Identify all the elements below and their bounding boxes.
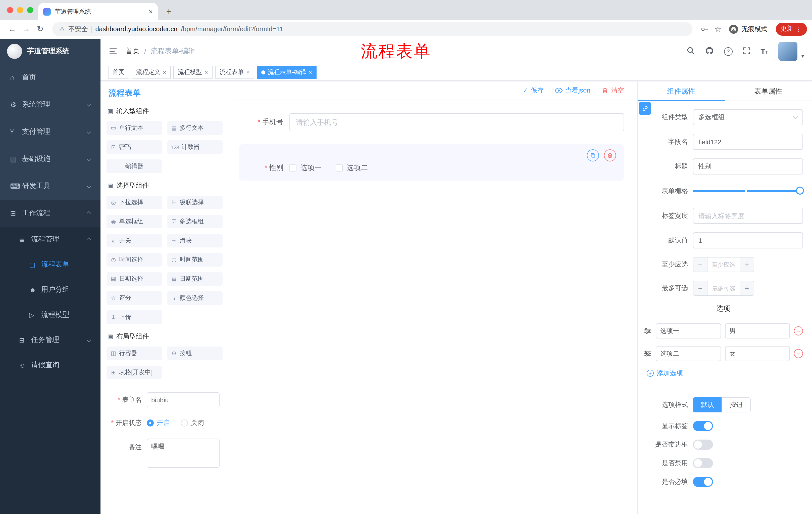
option-value-input[interactable] — [725, 346, 790, 361]
tag-close-icon[interactable]: × — [309, 69, 312, 76]
title-input[interactable] — [693, 158, 803, 174]
browser-tab[interactable]: 芋道管理系统 × — [38, 3, 158, 20]
component-chip[interactable]: ◎下拉选择 — [107, 196, 162, 209]
reload-button[interactable]: ↻ — [33, 24, 47, 34]
radio-status-on[interactable]: 开启 — [147, 418, 170, 428]
sidebar-item-task-management[interactable]: ⊟ 任务管理 — [0, 327, 100, 353]
max-select-input[interactable]: 最多可选 — [707, 281, 740, 295]
window-close-button[interactable] — [7, 7, 13, 13]
github-icon[interactable] — [705, 46, 714, 57]
drag-handle-icon[interactable] — [644, 327, 652, 335]
checkbox-option-2[interactable]: 选项二 — [336, 163, 368, 172]
back-button[interactable]: ← — [5, 24, 19, 33]
component-chip[interactable]: 123计数器 — [167, 140, 223, 154]
decrease-button[interactable]: − — [693, 258, 707, 272]
component-chip[interactable]: ◑颜色选择 — [167, 291, 223, 305]
component-chip[interactable]: ◐开关 — [107, 234, 162, 247]
component-chip[interactable]: ▭单行文本 — [107, 121, 162, 135]
disabled-switch[interactable] — [693, 458, 713, 468]
sidebar-item-home[interactable]: ⌂ 首页 — [0, 64, 100, 91]
designer-title[interactable]: 流程表单 — [107, 85, 223, 99]
hamburger-icon[interactable] — [109, 47, 118, 56]
password-key-icon[interactable] — [700, 25, 708, 33]
option-value-input[interactable] — [725, 323, 790, 339]
radio-status-off[interactable]: 关闭 — [181, 418, 204, 428]
form-name-input[interactable] — [147, 392, 220, 407]
component-chip[interactable]: ▤多行文本 — [167, 121, 223, 135]
sidebar-item-process-model[interactable]: ▷ 流程模型 — [0, 302, 100, 327]
show-label-switch[interactable] — [693, 421, 713, 431]
increase-button[interactable]: + — [740, 258, 754, 272]
font-size-icon[interactable]: TT — [760, 47, 768, 56]
sidebar-item-workflow[interactable]: ⊞ 工作流程 — [0, 200, 100, 227]
component-chip[interactable]: ☑多选框组 — [167, 215, 223, 228]
component-chip[interactable]: ▦日期选择 — [107, 272, 162, 286]
style-default-button[interactable]: 默认 — [693, 397, 722, 412]
breadcrumb-home[interactable]: 首页 — [126, 47, 140, 56]
required-switch[interactable] — [693, 477, 713, 487]
component-chip[interactable]: ◉单选框组 — [107, 215, 162, 228]
tag-process-form-edit[interactable]: 流程表单-编辑 × — [257, 65, 317, 79]
component-chip[interactable]: ↥上传 — [107, 310, 162, 324]
component-chip[interactable]: 编辑器 — [107, 159, 162, 173]
sidebar-item-leave-query[interactable]: ☺ 请假查询 — [0, 353, 100, 378]
component-chip[interactable]: ◷时间选择 — [107, 253, 162, 267]
tab-close-icon[interactable]: × — [149, 8, 153, 15]
save-button[interactable]: ✓ 保存 — [523, 86, 544, 95]
label-width-input[interactable] — [693, 208, 803, 224]
component-chip[interactable]: ◴时间范围 — [167, 253, 223, 267]
copy-component-button[interactable] — [587, 150, 599, 161]
component-chip[interactable]: ◫行容器 — [107, 347, 162, 360]
address-bar[interactable]: ⚠ 不安全 dashboard.yudao.iocoder.cn /bpm/ma… — [52, 22, 692, 36]
sidebar-item-process-form[interactable]: ▢ 流程表单 — [0, 252, 100, 277]
tag-process-form[interactable]: 流程表单 × — [215, 65, 254, 79]
component-chip[interactable]: ⊸滑块 — [167, 234, 223, 247]
component-type-select[interactable]: 多选框组 — [693, 109, 803, 125]
component-chip[interactable]: ⊩级联选择 — [167, 196, 223, 209]
delete-component-button[interactable] — [604, 150, 616, 161]
sidebar-item-system-management[interactable]: ⚙ 系统管理 — [0, 91, 100, 118]
default-value-input[interactable] — [693, 232, 803, 248]
tag-process-definition[interactable]: 流程定义 × — [132, 65, 171, 79]
remark-textarea[interactable]: 嘿嘿 — [147, 438, 220, 468]
sidebar-item-infrastructure[interactable]: ▤ 基础设施 — [0, 145, 100, 172]
doc-link-button[interactable] — [639, 102, 651, 115]
sidebar-item-process-management[interactable]: ≣ 流程管理 — [0, 227, 100, 252]
sidebar-item-user-group[interactable]: ☻ 用户分组 — [0, 277, 100, 302]
search-icon[interactable] — [686, 46, 695, 56]
tag-process-model[interactable]: 流程模型 × — [173, 65, 212, 79]
window-minimize-button[interactable] — [17, 7, 23, 13]
component-chip[interactable]: ⊡密码 — [107, 140, 162, 154]
increase-button[interactable]: + — [740, 281, 754, 295]
field-name-input[interactable] — [693, 134, 803, 150]
bookmark-star-icon[interactable]: ☆ — [715, 24, 721, 33]
new-tab-button[interactable]: + — [162, 4, 176, 19]
update-button[interactable]: 更新 ⋮ — [776, 22, 807, 35]
option-label-input[interactable] — [656, 323, 721, 339]
avatar[interactable] — [778, 42, 798, 61]
checkbox-option-1[interactable]: 选项一 — [289, 163, 322, 172]
component-chip[interactable]: ⊛按钮 — [167, 347, 223, 360]
component-chip[interactable]: ☆评分 — [107, 291, 162, 305]
remove-option-button[interactable]: − — [794, 326, 803, 335]
tag-close-icon[interactable]: × — [246, 69, 250, 76]
tag-home[interactable]: 首页 — [108, 65, 129, 79]
phone-input[interactable] — [289, 113, 624, 131]
border-switch[interactable] — [693, 439, 713, 450]
tag-close-icon[interactable]: × — [163, 69, 166, 76]
style-button-button[interactable]: 按钮 — [722, 397, 751, 412]
view-json-button[interactable]: 查看json — [555, 86, 590, 95]
remove-option-button[interactable]: − — [794, 349, 803, 358]
component-chip[interactable]: ▩日期范围 — [167, 272, 223, 286]
app-logo[interactable]: 芋道管理系统 — [0, 39, 100, 64]
help-icon[interactable]: ? — [724, 47, 732, 56]
slider-handle[interactable] — [796, 187, 804, 195]
component-chip[interactable]: ⊞表格[开发中] — [107, 366, 162, 379]
drag-handle-icon[interactable] — [644, 350, 652, 358]
selected-component[interactable]: 性别 选项一 选项二 — [239, 144, 624, 181]
add-option-button[interactable]: + 添加选项 — [647, 369, 803, 378]
forward-button[interactable]: → — [19, 24, 33, 33]
fullscreen-icon[interactable] — [743, 47, 750, 56]
window-maximize-button[interactable] — [27, 7, 33, 13]
option-label-input[interactable] — [656, 346, 721, 361]
